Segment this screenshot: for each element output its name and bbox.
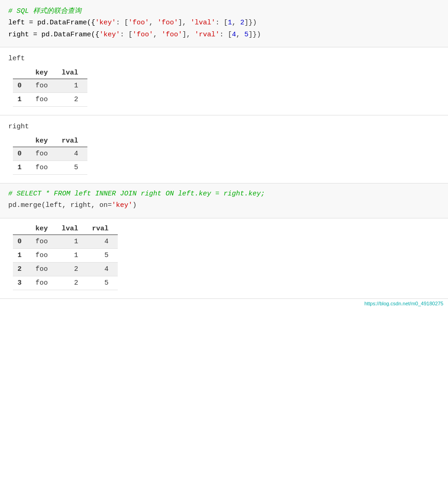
code-op-8: = pd.DataFrame({ <box>33 31 99 39</box>
right-row0-idx: 0 <box>13 147 31 161</box>
code-op-5: : [ <box>215 19 228 27</box>
code-num-4: 4 <box>232 31 236 39</box>
code-str-key3: 'key' <box>112 201 132 209</box>
right-output-section: right key rval 0 foo 4 1 foo 5 <box>0 115 448 183</box>
right-table-header: key rval <box>13 135 87 147</box>
merged-table-header: key lval rval <box>13 223 118 235</box>
watermark: https://blog.csdn.net/m0_49180275 <box>0 299 448 308</box>
code-str-key1: 'key' <box>95 19 116 27</box>
merged-row0-lval: 1 <box>57 235 87 248</box>
merged-row0-idx: 0 <box>13 235 31 248</box>
merged-row1-lval: 1 <box>57 248 87 262</box>
left-label: left <box>8 52 440 63</box>
right-th-key: key <box>31 135 57 147</box>
code-num-1: 1 <box>228 19 232 27</box>
code-op-6: , <box>232 19 240 27</box>
merged-output-section: key lval rval 0 foo 1 4 1 foo 1 5 <box>0 218 448 299</box>
code-line-2: right = pd.DataFrame({'key': ['foo', 'fo… <box>8 29 440 41</box>
merged-row2-rval: 4 <box>87 262 118 276</box>
right-th-index <box>13 135 31 147</box>
left-row1-lval: 2 <box>57 93 87 107</box>
table-row: 0 foo 1 <box>13 79 87 93</box>
table-row: 1 foo 5 <box>13 161 87 175</box>
table-row: 1 foo 1 5 <box>13 248 118 262</box>
merged-table: key lval rval 0 foo 1 4 1 foo 1 5 <box>13 223 118 290</box>
code-merge-end: ) <box>132 201 137 209</box>
code-op-11: ], <box>182 31 195 39</box>
code-op-1: = pd.DataFrame({ <box>29 19 95 27</box>
code-str-lval: 'lval' <box>190 19 215 27</box>
right-row1-idx: 1 <box>13 161 31 175</box>
right-row1-rval: 5 <box>57 161 87 175</box>
merged-th-lval: lval <box>57 223 87 235</box>
merged-row1-key: foo <box>31 248 57 262</box>
merged-th-rval: rval <box>87 223 118 235</box>
merged-row2-idx: 2 <box>13 262 31 276</box>
merged-row3-lval: 2 <box>57 276 87 290</box>
code-merge-pre: pd.merge(left, right, on= <box>8 201 112 209</box>
table-row: 2 foo 2 4 <box>13 262 118 276</box>
code-str-rval: 'rval' <box>195 31 219 39</box>
code-num-2: 2 <box>240 19 244 27</box>
code-num-5: 5 <box>244 31 248 39</box>
left-table: key lval 0 foo 1 1 foo 2 <box>13 67 87 107</box>
code-str-foo2: 'foo' <box>157 19 178 27</box>
left-row0-lval: 1 <box>57 79 87 93</box>
code-block-2: # SELECT * FROM left INNER JOIN right ON… <box>0 183 448 218</box>
merged-th-key: key <box>31 223 57 235</box>
left-th-lval: lval <box>57 67 87 79</box>
right-label: right <box>8 120 440 131</box>
merged-row3-rval: 5 <box>87 276 118 290</box>
right-th-rval: rval <box>57 135 87 147</box>
code-var-left: left <box>8 19 25 27</box>
left-row1-idx: 1 <box>13 93 31 107</box>
merged-row2-key: foo <box>31 262 57 276</box>
merged-row1-idx: 1 <box>13 248 31 262</box>
code-op-7: ]}) <box>244 19 257 27</box>
code-op-3: , <box>149 19 157 27</box>
code-op-10: , <box>153 31 161 39</box>
code-comment-2: # SELECT * FROM left INNER JOIN right ON… <box>8 190 440 198</box>
table-row: 1 foo 2 <box>13 93 87 107</box>
left-row0-key: foo <box>31 79 57 93</box>
code-op-12: : [ <box>219 31 232 39</box>
code-str-key2: 'key' <box>99 31 120 39</box>
table-row: 0 foo 1 4 <box>13 235 118 248</box>
merged-row0-rval: 4 <box>87 235 118 248</box>
merged-row1-rval: 5 <box>87 248 118 262</box>
code-var-right: right <box>8 31 29 39</box>
right-row0-rval: 4 <box>57 147 87 161</box>
right-row1-key: foo <box>31 161 57 175</box>
left-th-key: key <box>31 67 57 79</box>
merged-row3-idx: 3 <box>13 276 31 290</box>
left-th-index <box>13 67 31 79</box>
code-op-4: ], <box>178 19 190 27</box>
code-str-foo4: 'foo' <box>161 31 182 39</box>
merged-row0-key: foo <box>31 235 57 248</box>
code-str-foo1: 'foo' <box>128 19 149 27</box>
merged-th-index <box>13 223 31 235</box>
left-table-header: key lval <box>13 67 87 79</box>
code-op-13: , <box>236 31 244 39</box>
table-row: 3 foo 2 5 <box>13 276 118 290</box>
code-block-1: # SQL 样式的联合查询 left = pd.DataFrame({'key'… <box>0 0 448 47</box>
right-row0-key: foo <box>31 147 57 161</box>
code-op-14: ]}) <box>248 31 261 39</box>
merged-row2-lval: 2 <box>57 262 87 276</box>
code-comment-1: # SQL 样式的联合查询 <box>8 6 440 15</box>
code-str-foo3: 'foo' <box>132 31 153 39</box>
code-line-1: left = pd.DataFrame({'key': ['foo', 'foo… <box>8 17 440 29</box>
code-op-2: : [ <box>116 19 128 27</box>
table-row: 0 foo 4 <box>13 147 87 161</box>
left-row0-idx: 0 <box>13 79 31 93</box>
merged-row3-key: foo <box>31 276 57 290</box>
right-table: key rval 0 foo 4 1 foo 5 <box>13 135 87 175</box>
code-op-9: : [ <box>120 31 132 39</box>
page-wrapper: # SQL 样式的联合查询 left = pd.DataFrame({'key'… <box>0 0 448 308</box>
left-row1-key: foo <box>31 93 57 107</box>
code-line-3: pd.merge(left, right, on='key') <box>8 200 440 212</box>
left-output-section: left key lval 0 foo 1 1 foo 2 <box>0 47 448 115</box>
